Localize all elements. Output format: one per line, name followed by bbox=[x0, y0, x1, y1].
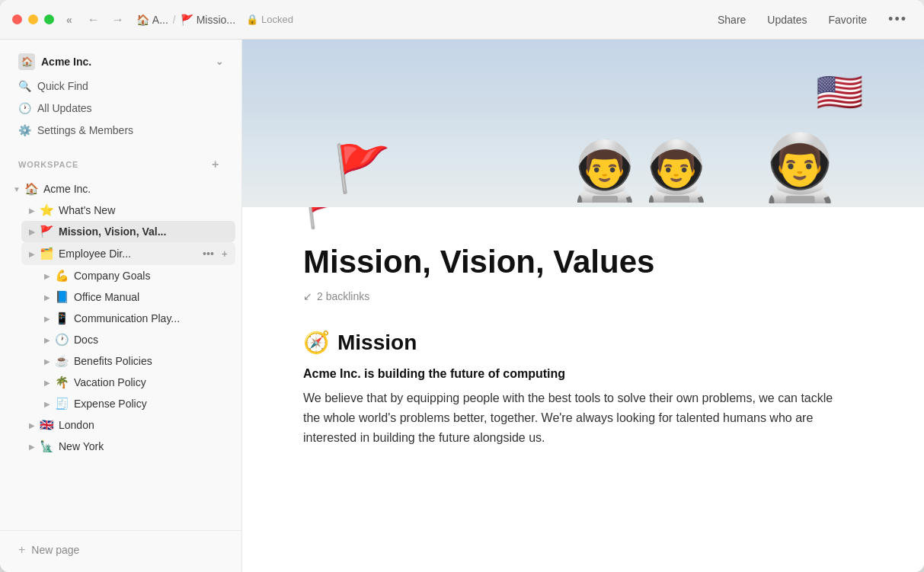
sidebar-top: 🏠 Acme Inc. ⌄ 🔍 Quick Find 🕐 All Updates… bbox=[0, 40, 241, 151]
acme-children: ▶ ⭐ What's New ▶ 🚩 Mission, Vision, Val.… bbox=[6, 200, 235, 457]
breadcrumb-page[interactable]: 🚩 Missio... bbox=[181, 14, 235, 26]
titlebar-actions: Share Updates Favorite ••• bbox=[713, 8, 912, 30]
expense-emoji-icon: 🧾 bbox=[55, 397, 69, 411]
breadcrumb-home-label[interactable]: A... bbox=[152, 14, 168, 26]
back-button[interactable]: ← bbox=[85, 11, 103, 28]
nav-arrows: ← → bbox=[85, 11, 127, 28]
main-layout: 🏠 Acme Inc. ⌄ 🔍 Quick Find 🕐 All Updates… bbox=[0, 40, 924, 572]
new-page-plus-icon: + bbox=[18, 543, 25, 557]
sidebar-item-mission[interactable]: ▶ 🚩 Mission, Vision, Val... bbox=[21, 221, 235, 242]
communication-emoji-icon: 📱 bbox=[55, 312, 69, 325]
tree-more-button[interactable]: ••• bbox=[200, 246, 217, 261]
close-button[interactable] bbox=[12, 14, 22, 24]
sidebar-item-whats-new[interactable]: ▶ ⭐ What's New bbox=[21, 200, 235, 221]
more-options-button[interactable]: ••• bbox=[884, 8, 912, 30]
chevron-right-icon: ▶ bbox=[41, 355, 53, 367]
favorite-button[interactable]: Favorite bbox=[824, 11, 872, 29]
clock-icon: 🕐 bbox=[18, 102, 31, 114]
chevron-right-icon: ▶ bbox=[26, 440, 38, 452]
acme-emoji-icon: 🏠 bbox=[24, 182, 39, 196]
chevron-down-icon: ▼ bbox=[11, 183, 23, 195]
docs-emoji-icon: 🕐 bbox=[55, 333, 69, 347]
sidebar-item-benefits[interactable]: ▶ ☕ Benefits Policies bbox=[37, 350, 235, 372]
breadcrumb-home[interactable]: 🏠 A... bbox=[136, 14, 168, 26]
sidebar-item-london[interactable]: ▶ 🇬🇧 London bbox=[21, 414, 235, 436]
whats-new-emoji-icon: ⭐ bbox=[40, 203, 54, 217]
employee-dir-children: ▶ 💪 Company Goals ▶ 📘 Office Manual bbox=[21, 265, 235, 414]
tree-add-button[interactable]: + bbox=[219, 246, 231, 261]
company-goals-emoji-icon: 💪 bbox=[55, 269, 69, 283]
new-page-label: New page bbox=[31, 544, 79, 556]
backlinks[interactable]: ↙ 2 backlinks bbox=[303, 290, 836, 302]
sidebar-item-quick-find[interactable]: 🔍 Quick Find bbox=[12, 75, 229, 97]
sidebar-item-office-manual[interactable]: ▶ 📘 Office Manual bbox=[37, 286, 235, 308]
tree-item-actions: ••• + bbox=[200, 246, 231, 261]
sidebar-item-expense[interactable]: ▶ 🧾 Expense Policy bbox=[37, 393, 235, 414]
chevron-right-icon: ▶ bbox=[41, 376, 53, 388]
compass-icon: 🧭 bbox=[303, 330, 330, 355]
page-hero: 🚩 👨‍🚀👨‍🚀 🇺🇸 👨‍🚀 bbox=[242, 40, 924, 207]
sidebar-item-company-goals[interactable]: ▶ 💪 Company Goals bbox=[37, 265, 235, 286]
vacation-emoji-icon: 🌴 bbox=[55, 375, 69, 389]
sidebar-item-settings[interactable]: ⚙️ Settings & Members bbox=[12, 120, 229, 141]
all-updates-label: All Updates bbox=[37, 102, 92, 114]
mission-emoji-icon: 🚩 bbox=[40, 225, 54, 238]
sidebar-item-acme[interactable]: ▼ 🏠 Acme Inc. bbox=[6, 178, 235, 200]
lock-label: Locked bbox=[261, 14, 293, 25]
astronaut-right-icon: 👨‍🚀 bbox=[759, 135, 840, 200]
page-content: 🚩 Mission, Vision, Values ↙ 2 backlinks … bbox=[242, 184, 897, 493]
chevron-right-icon: ▶ bbox=[41, 291, 53, 303]
search-icon: 🔍 bbox=[18, 80, 31, 92]
sidebar-item-all-updates[interactable]: 🕐 All Updates bbox=[12, 97, 229, 119]
gear-icon: ⚙️ bbox=[18, 124, 31, 136]
acme-label: Acme Inc. bbox=[43, 183, 231, 195]
workspace-avatar: 🏠 bbox=[18, 53, 35, 70]
benefits-label: Benefits Policies bbox=[74, 355, 231, 367]
docs-label: Docs bbox=[74, 334, 231, 346]
employee-dir-label: Employee Dir... bbox=[59, 248, 200, 260]
communication-play-label: Communication Play... bbox=[74, 312, 231, 324]
new-page-button[interactable]: + New page bbox=[12, 537, 229, 563]
whats-new-label: What's New bbox=[59, 204, 231, 216]
quick-find-label: Quick Find bbox=[37, 80, 88, 92]
workspace-name-label: Acme Inc. bbox=[41, 56, 91, 68]
chevron-right-icon: ▶ bbox=[26, 225, 38, 238]
sidebar-bottom: + New page bbox=[0, 530, 241, 572]
hero-flag-icon: 🚩 bbox=[334, 146, 391, 192]
sidebar-item-new-york[interactable]: ▶ 🗽 New York bbox=[21, 436, 235, 457]
sidebar-item-vacation[interactable]: ▶ 🌴 Vacation Policy bbox=[37, 372, 235, 393]
workspace-label-text: WORKSPACE bbox=[18, 160, 78, 169]
chevron-right-icon: ▶ bbox=[26, 248, 38, 260]
minimize-button[interactable] bbox=[28, 14, 38, 24]
collapse-sidebar-button[interactable]: « bbox=[66, 14, 72, 26]
breadcrumb: 🏠 A... / 🚩 Missio... 🔒 Locked bbox=[136, 14, 293, 26]
breadcrumb-separator: / bbox=[173, 14, 176, 26]
london-emoji-icon: 🇬🇧 bbox=[40, 418, 54, 432]
share-button[interactable]: Share bbox=[713, 11, 750, 29]
backlinks-arrow-icon: ↙ bbox=[303, 290, 312, 302]
new-york-label: New York bbox=[59, 440, 231, 452]
mission-label: Mission, Vision, Val... bbox=[59, 225, 231, 238]
hero-background: 🚩 👨‍🚀👨‍🚀 🇺🇸 👨‍🚀 bbox=[242, 40, 924, 207]
sidebar-item-communication-play[interactable]: ▶ 📱 Communication Play... bbox=[37, 308, 235, 329]
breadcrumb-page-label[interactable]: Missio... bbox=[197, 14, 235, 26]
content-area: 🚩 👨‍🚀👨‍🚀 🇺🇸 👨‍🚀 🚩 Mission, Vision, Value… bbox=[242, 40, 924, 572]
chevron-right-icon: ▶ bbox=[41, 398, 53, 410]
workspace-switcher[interactable]: 🏠 Acme Inc. ⌄ bbox=[12, 49, 229, 75]
workspace-section: WORKSPACE + bbox=[0, 151, 241, 178]
add-workspace-item-button[interactable]: + bbox=[208, 157, 223, 172]
updates-button[interactable]: Updates bbox=[763, 11, 811, 29]
sidebar: 🏠 Acme Inc. ⌄ 🔍 Quick Find 🕐 All Updates… bbox=[0, 40, 242, 572]
forward-button[interactable]: → bbox=[109, 11, 127, 28]
chevron-right-icon: ▶ bbox=[26, 204, 38, 216]
chevron-right-icon: ▶ bbox=[41, 312, 53, 324]
titlebar: « ← → 🏠 A... / 🚩 Missio... 🔒 Locked Shar… bbox=[0, 0, 924, 40]
chevron-right-icon: ▶ bbox=[41, 334, 53, 346]
chevron-right-icon: ▶ bbox=[41, 270, 53, 282]
chevron-down-icon: ⌄ bbox=[216, 56, 223, 67]
mission-section: 🧭 Mission Acme Inc. is building the futu… bbox=[303, 330, 836, 447]
sidebar-item-docs[interactable]: ▶ 🕐 Docs bbox=[37, 329, 235, 350]
maximize-button[interactable] bbox=[44, 14, 54, 24]
workspace-avatar-emoji: 🏠 bbox=[21, 56, 33, 67]
sidebar-item-employee-dir[interactable]: ▶ 🗂️ Employee Dir... ••• + bbox=[21, 242, 235, 265]
